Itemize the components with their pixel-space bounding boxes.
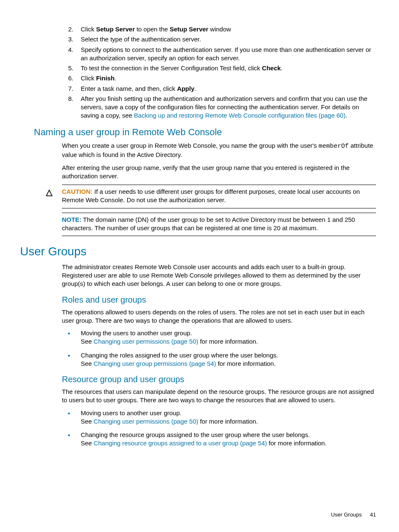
resource-bullet-2: Changing the resource groups assigned to…	[62, 431, 376, 448]
step-5: To test the connection in the Server Con…	[81, 64, 376, 72]
resource-b2-see: See	[81, 439, 94, 447]
step-2-text-c: to open the	[135, 26, 169, 33]
roles-b2-see: See	[81, 360, 94, 367]
roles-b1-line1: Moving the users to another user group.	[81, 329, 192, 337]
naming-p1: When you create a user group in Remote W…	[62, 141, 376, 159]
roles-p1: The operations allowed to users depends …	[62, 308, 376, 325]
resource-p1: The resources that users can manipulate …	[62, 388, 376, 405]
step-7-a: Enter a task name, and then, click	[81, 85, 177, 92]
roles-bullet-1: Moving the users to another user group. …	[62, 329, 376, 346]
caution-label: CAUTION:	[62, 188, 92, 195]
step-4: Specify options to connect to the authen…	[81, 46, 376, 63]
roles-heading: Roles and user groups	[62, 294, 376, 306]
naming-heading: Naming a user group in Remote Web Consol…	[34, 126, 376, 139]
check-bold: Check	[262, 64, 281, 72]
step-7-c: .	[194, 85, 196, 92]
naming-p2: After entering the user group name, veri…	[62, 164, 376, 181]
change-user-perm-link-2[interactable]: Changing user permissions (page 50)	[94, 418, 198, 425]
roles-b1-see: See	[81, 338, 94, 345]
roles-bullets: Moving the users to another user group. …	[62, 329, 376, 368]
change-group-perm-link[interactable]: Changing user group permissions (page 54…	[94, 360, 216, 367]
resource-b1-see: See	[81, 418, 94, 425]
step-5-a: To test the connection in the Server Con…	[81, 64, 262, 72]
resource-b2-after: for more information.	[267, 439, 327, 447]
step-8: After you finish setting up the authenti…	[81, 95, 376, 120]
caution-icon: △	[46, 187, 52, 198]
caution-block: △ CAUTION: If a user needs to use differ…	[62, 185, 376, 208]
step-6-c: .	[115, 75, 116, 82]
change-user-perm-link-1[interactable]: Changing user permissions (page 50)	[94, 338, 198, 345]
resource-b2-line1: Changing the resource groups assigned to…	[81, 431, 310, 438]
user-groups-p1: The administrator creates Remote Web Con…	[62, 263, 376, 288]
step-3: Select the type of the authentication se…	[81, 35, 376, 44]
roles-b2-after: for more information.	[216, 360, 276, 367]
footer-title: User Groups	[331, 511, 362, 518]
page-footer: User Groups 41	[331, 511, 376, 519]
roles-bullet-2: Changing the roles assigned to the user …	[62, 351, 376, 368]
caution-body: If a user needs to use different user gr…	[62, 188, 360, 203]
step-2-text-a: Click	[81, 26, 96, 33]
change-resource-groups-link[interactable]: Changing resource groups assigned to a u…	[94, 439, 267, 447]
note-body: The domain name (DN) of the user group t…	[62, 216, 355, 231]
note-label: NOTE:	[62, 216, 82, 223]
memberof-mono: memberOf	[319, 143, 349, 150]
resource-bullet-1: Moving users to another user group. See …	[62, 409, 376, 426]
note-block: NOTE: The domain name (DN) of the user g…	[62, 213, 376, 236]
resource-bullets: Moving users to another user group. See …	[62, 409, 376, 448]
step-2-text-e: window	[208, 26, 231, 33]
roles-b2-line1: Changing the roles assigned to the user …	[81, 352, 278, 359]
finish-bold: Finish	[96, 75, 115, 82]
step-2: Click Setup Server to open the Setup Ser…	[81, 25, 376, 33]
page-number: 41	[370, 511, 376, 518]
step-6: Click Finish.	[81, 74, 376, 82]
resource-b1-after: for more information.	[198, 418, 258, 425]
step-6-a: Click	[81, 75, 96, 82]
setup-server-bold-1: Setup Server	[96, 26, 135, 33]
resource-heading: Resource group and user groups	[62, 374, 376, 385]
step-5-c: .	[281, 64, 282, 72]
resource-b1-line1: Moving users to another user group.	[81, 409, 182, 416]
roles-b1-after: for more information.	[198, 338, 258, 345]
procedure-steps: Click Setup Server to open the Setup Ser…	[20, 25, 376, 120]
step-8-c: .	[345, 112, 347, 119]
setup-server-bold-2: Setup Server	[170, 26, 209, 33]
user-groups-heading: User Groups	[20, 244, 376, 260]
apply-bold: Apply	[177, 85, 194, 92]
naming-p1-a: When you create a user group in Remote W…	[62, 142, 319, 149]
step-7: Enter a task name, and then, click Apply…	[81, 85, 376, 93]
backup-restore-link[interactable]: Backing up and restoring Remote Web Cons…	[134, 112, 345, 119]
